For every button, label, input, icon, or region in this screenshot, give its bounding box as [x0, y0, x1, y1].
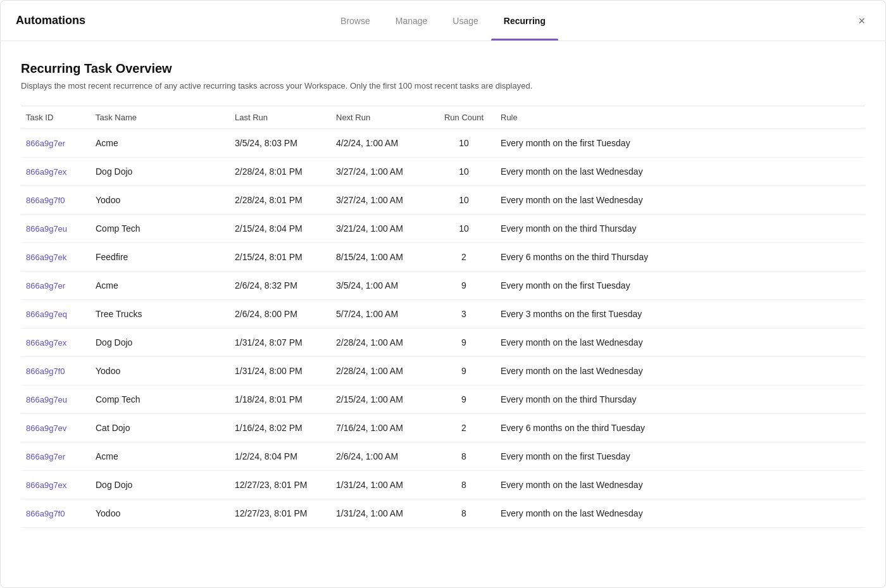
tab-usage[interactable]: Usage [440, 1, 490, 41]
recurring-table-wrapper: Task ID Task Name Last Run Next Run Run … [21, 106, 865, 528]
task-id-link[interactable]: 866a9g7ex [26, 338, 66, 347]
table-row: 866a9g7ekFeedfire2/15/24, 8:01 PM8/15/24… [21, 243, 865, 272]
task-name-cell: Acme [90, 129, 230, 158]
task-id-link[interactable]: 866a9g7f0 [26, 196, 65, 205]
run-count-cell: 3 [432, 300, 496, 328]
task-id-link[interactable]: 866a9g7ek [26, 253, 66, 262]
task-name-cell: Comp Tech [90, 215, 230, 243]
rule-cell: Every month on the first Tuesday [496, 272, 865, 300]
rule-cell: Every month on the last Wednesday [496, 328, 865, 357]
task-id-link[interactable]: 866a9g7ev [26, 423, 66, 433]
tab-browse[interactable]: Browse [328, 1, 383, 41]
last-run-cell: 2/6/24, 8:00 PM [230, 300, 331, 328]
rule-cell: Every 3 months on the first Tuesday [496, 300, 865, 328]
run-count-cell: 10 [432, 215, 496, 243]
col-header-taskid: Task ID [21, 106, 90, 129]
next-run-cell: 3/27/24, 1:00 AM [331, 186, 432, 215]
task-name-cell: Dog Dojo [90, 471, 230, 499]
run-count-cell: 10 [432, 158, 496, 186]
last-run-cell: 3/5/24, 8:03 PM [230, 129, 331, 158]
rule-cell: Every month on the last Wednesday [496, 499, 865, 528]
run-count-cell: 9 [432, 328, 496, 357]
table-row: 866a9g7erAcme1/2/24, 8:04 PM2/6/24, 1:00… [21, 442, 865, 471]
rule-cell: Every month on the last Wednesday [496, 158, 865, 186]
table-row: 866a9g7f0Yodoo2/28/24, 8:01 PM3/27/24, 1… [21, 186, 865, 215]
table-row: 866a9g7f0Yodoo12/27/23, 8:01 PM1/31/24, … [21, 499, 865, 528]
last-run-cell: 12/27/23, 8:01 PM [230, 471, 331, 499]
next-run-cell: 7/16/24, 1:00 AM [331, 414, 432, 442]
run-count-cell: 9 [432, 357, 496, 385]
table-row: 866a9g7exDog Dojo12/27/23, 8:01 PM1/31/2… [21, 471, 865, 499]
rule-cell: Every month on the third Thursday [496, 385, 865, 414]
task-id-link[interactable]: 866a9g7eq [26, 310, 67, 319]
table-row: 866a9g7eqTree Trucks2/6/24, 8:00 PM5/7/2… [21, 300, 865, 328]
run-count-cell: 8 [432, 499, 496, 528]
section-description: Displays the most recent recurrence of a… [21, 81, 865, 91]
table-row: 866a9g7euComp Tech2/15/24, 8:04 PM3/21/2… [21, 215, 865, 243]
next-run-cell: 2/15/24, 1:00 AM [331, 385, 432, 414]
task-id-link[interactable]: 866a9g7eu [26, 395, 67, 404]
rule-cell: Every month on the first Tuesday [496, 129, 865, 158]
next-run-cell: 3/27/24, 1:00 AM [331, 158, 432, 186]
task-name-cell: Dog Dojo [90, 158, 230, 186]
task-name-cell: Feedfire [90, 243, 230, 272]
task-name-cell: Tree Trucks [90, 300, 230, 328]
main-content: Recurring Task Overview Displays the mos… [1, 41, 885, 543]
run-count-cell: 8 [432, 471, 496, 499]
task-name-cell: Acme [90, 442, 230, 471]
task-id-link[interactable]: 866a9g7er [26, 452, 65, 461]
section-title: Recurring Task Overview [21, 61, 865, 76]
next-run-cell: 2/28/24, 1:00 AM [331, 357, 432, 385]
rule-cell: Every month on the last Wednesday [496, 186, 865, 215]
rule-cell: Every month on the third Thursday [496, 215, 865, 243]
task-name-cell: Yodoo [90, 499, 230, 528]
run-count-cell: 2 [432, 243, 496, 272]
table-row: 866a9g7erAcme3/5/24, 8:03 PM4/2/24, 1:00… [21, 129, 865, 158]
last-run-cell: 12/27/23, 8:01 PM [230, 499, 331, 528]
task-id-link[interactable]: 866a9g7f0 [26, 366, 65, 376]
rule-cell: Every month on the first Tuesday [496, 442, 865, 471]
task-id-link[interactable]: 866a9g7ex [26, 167, 66, 177]
last-run-cell: 2/15/24, 8:01 PM [230, 243, 331, 272]
last-run-cell: 1/16/24, 8:02 PM [230, 414, 331, 442]
task-id-link[interactable]: 866a9g7er [26, 139, 65, 148]
col-header-taskname: Task Name [90, 106, 230, 129]
task-id-link[interactable]: 866a9g7er [26, 281, 65, 291]
next-run-cell: 4/2/24, 1:00 AM [331, 129, 432, 158]
col-header-runcount: Run Count [432, 106, 496, 129]
next-run-cell: 2/6/24, 1:00 AM [331, 442, 432, 471]
tab-manage[interactable]: Manage [383, 1, 440, 41]
automations-window: Automations BrowseManageUsageRecurring ×… [0, 0, 886, 588]
next-run-cell: 3/21/24, 1:00 AM [331, 215, 432, 243]
run-count-cell: 10 [432, 186, 496, 215]
last-run-cell: 2/28/24, 8:01 PM [230, 186, 331, 215]
col-header-rule: Rule [496, 106, 865, 129]
task-name-cell: Yodoo [90, 357, 230, 385]
tab-recurring[interactable]: Recurring [491, 1, 558, 41]
rule-cell: Every 6 months on the third Thursday [496, 243, 865, 272]
last-run-cell: 2/28/24, 8:01 PM [230, 158, 331, 186]
last-run-cell: 1/31/24, 8:07 PM [230, 328, 331, 357]
next-run-cell: 8/15/24, 1:00 AM [331, 243, 432, 272]
table-header: Task ID Task Name Last Run Next Run Run … [21, 106, 865, 129]
table-row: 866a9g7exDog Dojo2/28/24, 8:01 PM3/27/24… [21, 158, 865, 186]
table-row: 866a9g7f0Yodoo1/31/24, 8:00 PM2/28/24, 1… [21, 357, 865, 385]
col-header-nextrun: Next Run [331, 106, 432, 129]
rule-cell: Every 6 months on the third Tuesday [496, 414, 865, 442]
header: Automations BrowseManageUsageRecurring × [1, 1, 885, 41]
rule-cell: Every month on the last Wednesday [496, 471, 865, 499]
task-id-link[interactable]: 866a9g7eu [26, 224, 67, 234]
table-row: 866a9g7euComp Tech1/18/24, 8:01 PM2/15/2… [21, 385, 865, 414]
run-count-cell: 10 [432, 129, 496, 158]
run-count-cell: 8 [432, 442, 496, 471]
task-name-cell: Dog Dojo [90, 328, 230, 357]
task-id-link[interactable]: 866a9g7f0 [26, 509, 65, 518]
table-row: 866a9g7exDog Dojo1/31/24, 8:07 PM2/28/24… [21, 328, 865, 357]
last-run-cell: 1/31/24, 8:00 PM [230, 357, 331, 385]
last-run-cell: 1/2/24, 8:04 PM [230, 442, 331, 471]
run-count-cell: 9 [432, 272, 496, 300]
task-id-link[interactable]: 866a9g7ex [26, 480, 66, 490]
next-run-cell: 3/5/24, 1:00 AM [331, 272, 432, 300]
close-button[interactable]: × [853, 13, 870, 29]
task-name-cell: Cat Dojo [90, 414, 230, 442]
